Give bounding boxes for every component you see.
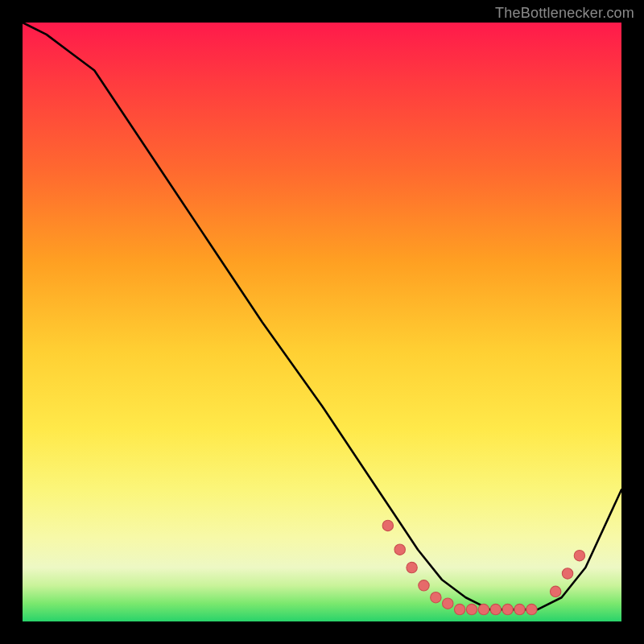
curve-dot xyxy=(419,580,429,591)
bottleneck-curve-svg xyxy=(23,23,621,621)
curve-dot xyxy=(574,550,584,560)
curve-dot xyxy=(466,604,477,614)
curve-dot xyxy=(514,604,525,614)
curve-dot xyxy=(562,568,572,579)
curve-dot xyxy=(443,598,453,609)
curve-dot xyxy=(478,604,489,614)
curve-dot xyxy=(550,586,560,597)
curve-dot xyxy=(382,520,393,530)
curve-dot xyxy=(502,604,513,614)
curve-dot xyxy=(407,562,417,572)
curve-dot xyxy=(394,544,405,555)
chart-stage: TheBottlenecker.com xyxy=(0,0,644,644)
curve-dot xyxy=(431,592,441,603)
curve-dot xyxy=(526,604,537,614)
watermark-text: TheBottlenecker.com xyxy=(495,5,634,22)
curve-dot xyxy=(454,604,464,614)
curve-dot xyxy=(490,604,501,614)
bottleneck-curve xyxy=(23,23,621,609)
